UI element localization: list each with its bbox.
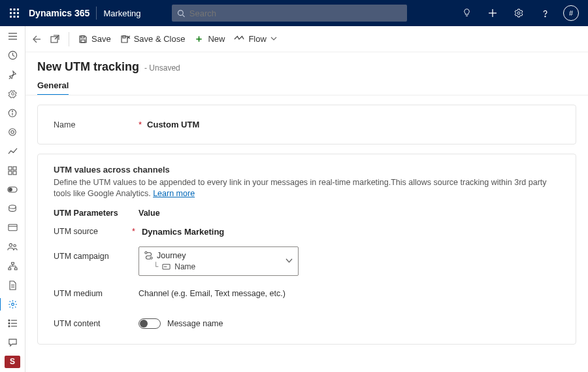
svg-rect-7 — [14, 16, 16, 18]
svg-point-25 — [11, 131, 14, 133]
svg-rect-26 — [8, 167, 12, 170]
assistant-button[interactable] — [459, 5, 474, 21]
nav-item-doc[interactable] — [5, 279, 20, 292]
nav-item-sitemap[interactable] — [5, 260, 20, 272]
name-field[interactable]: Custom UTM — [147, 120, 199, 129]
svg-point-24 — [9, 129, 16, 136]
help-button[interactable] — [537, 5, 553, 21]
waffle-icon — [10, 8, 19, 18]
learn-more-link[interactable]: Learn more — [153, 189, 195, 198]
utm-source-field[interactable]: Dynamics Marketing — [142, 227, 560, 237]
svg-rect-28 — [8, 171, 12, 175]
svg-line-55 — [55, 35, 59, 39]
tab-general[interactable]: General — [37, 80, 69, 95]
nav-item-card[interactable] — [5, 222, 20, 234]
open-new-window-button[interactable] — [50, 35, 59, 43]
save-close-button[interactable]: Save & Close — [120, 34, 186, 44]
add-button[interactable] — [485, 5, 500, 21]
card-icon — [8, 224, 18, 231]
toggle-icon — [7, 186, 18, 193]
nav-item-people[interactable] — [5, 241, 20, 253]
chevron-down-icon — [286, 258, 293, 263]
new-label: New — [208, 34, 225, 44]
svg-rect-6 — [10, 16, 12, 18]
utm-col-param: UTM Parameters — [54, 209, 139, 218]
journey-icon — [144, 251, 153, 260]
list-icon — [8, 319, 18, 328]
save-button[interactable]: Save — [78, 34, 111, 44]
lightbulb-icon — [462, 8, 472, 18]
svg-rect-56 — [81, 36, 84, 38]
svg-rect-4 — [14, 12, 16, 14]
plus-icon: ＋ — [194, 33, 204, 45]
command-bar: Save Save & Close ＋ New Flow — [25, 26, 588, 52]
name-card: Name * Custom UTM — [37, 105, 576, 144]
global-search[interactable] — [172, 5, 407, 22]
chat-icon — [8, 338, 18, 347]
flow-label: Flow — [248, 34, 266, 44]
doc-icon — [8, 280, 16, 290]
gear-active-icon — [8, 299, 18, 309]
utm-desc-text: Define the UTM values to be appended to … — [54, 178, 547, 198]
nav-item-list[interactable] — [5, 317, 20, 330]
nav-recent[interactable] — [5, 49, 20, 61]
nav-item-chat[interactable] — [5, 337, 20, 349]
flow-button[interactable]: Flow — [234, 34, 276, 44]
svg-point-46 — [11, 303, 14, 306]
nav-item-toggle[interactable] — [5, 183, 20, 195]
utm-campaign-opt1: Journey — [157, 251, 186, 260]
utm-section-desc: Define the UTM values to be appended to … — [54, 177, 560, 199]
utm-content-toggle[interactable] — [139, 318, 161, 329]
nav-item-info[interactable] — [5, 107, 20, 119]
nav-item-grid[interactable] — [5, 164, 20, 177]
nav-settings[interactable] — [5, 88, 20, 100]
nav-item-money[interactable] — [5, 203, 20, 215]
hamburger-icon — [8, 32, 18, 41]
utm-campaign-opt2: Name — [174, 262, 195, 271]
save-icon — [78, 35, 88, 44]
nav-hamburger[interactable] — [5, 30, 20, 42]
new-button[interactable]: ＋ New — [194, 33, 225, 45]
utm-content-label: UTM content — [54, 319, 139, 328]
svg-rect-2 — [17, 8, 19, 10]
svg-point-14 — [517, 12, 520, 14]
svg-rect-38 — [8, 268, 10, 270]
svg-rect-27 — [13, 167, 16, 170]
utm-section-title: UTM values across channels — [54, 165, 560, 175]
svg-rect-8 — [17, 16, 19, 18]
utm-content-value: Message name — [167, 319, 223, 328]
settings-button[interactable] — [511, 5, 527, 21]
utm-campaign-dropdown[interactable]: Journey └ Name — [139, 246, 299, 276]
svg-rect-5 — [17, 12, 19, 14]
svg-point-62 — [150, 257, 152, 259]
gear-small-icon — [8, 89, 18, 99]
search-input[interactable] — [189, 8, 402, 18]
grid-icon — [8, 166, 17, 175]
nav-item-analytics[interactable] — [5, 145, 20, 158]
app-launcher[interactable] — [5, 4, 24, 22]
nav-area-switcher[interactable]: S — [5, 356, 20, 368]
left-nav: S — [0, 26, 25, 372]
svg-rect-29 — [13, 171, 16, 175]
svg-rect-1 — [14, 8, 16, 10]
back-button[interactable] — [32, 35, 41, 43]
nav-item-audience[interactable] — [5, 126, 20, 138]
divider — [25, 95, 588, 95]
chevron-down-icon — [270, 37, 277, 41]
search-icon — [177, 9, 185, 18]
svg-point-9 — [178, 10, 184, 15]
plus-icon — [488, 8, 497, 18]
info-icon — [8, 109, 17, 118]
divider — [96, 7, 97, 20]
sitemap-icon — [8, 262, 18, 271]
svg-point-15 — [544, 16, 545, 16]
utm-medium-label: UTM medium — [54, 289, 139, 298]
user-avatar[interactable]: # — [563, 5, 579, 21]
brand-name: Dynamics 365 — [29, 8, 90, 18]
svg-point-20 — [11, 93, 14, 95]
tree-elbow-icon: └ — [154, 262, 158, 271]
svg-rect-3 — [10, 12, 12, 14]
nav-item-utm[interactable] — [5, 298, 20, 311]
module-name: Marketing — [103, 8, 140, 18]
nav-pinned[interactable] — [5, 69, 20, 81]
